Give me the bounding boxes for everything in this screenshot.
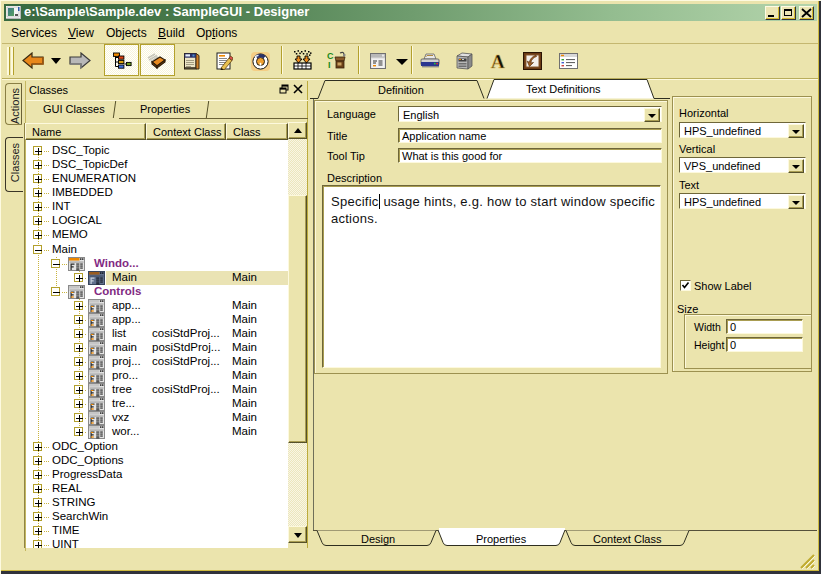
svg-text:I: I	[328, 60, 331, 70]
svg-text:A: A	[491, 52, 505, 70]
